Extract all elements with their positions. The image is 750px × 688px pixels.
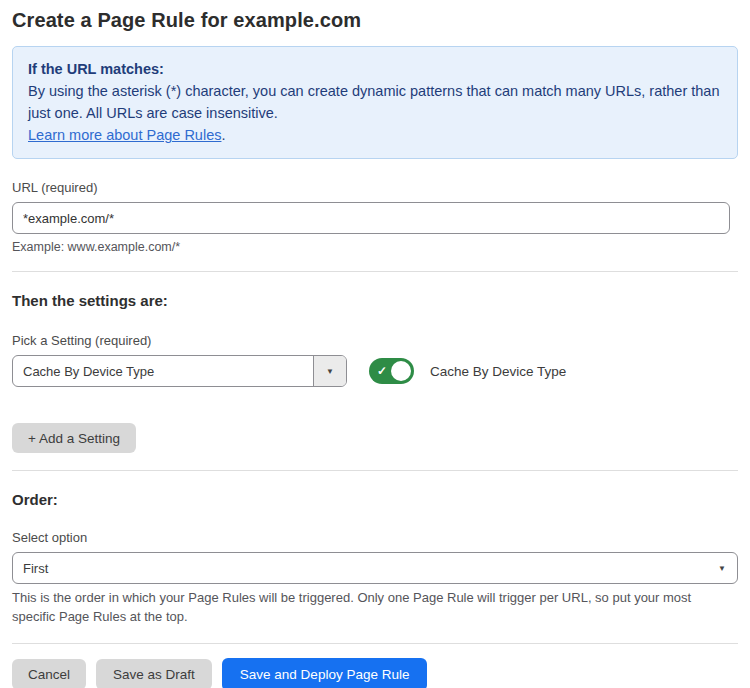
setting-select[interactable]: Cache By Device Type ▼ bbox=[12, 355, 347, 387]
info-box-link-line: Learn more about Page Rules. bbox=[28, 124, 722, 146]
order-select-label: Select option bbox=[12, 530, 738, 545]
footer-divider bbox=[12, 643, 738, 644]
order-select[interactable]: First ▼ bbox=[12, 552, 738, 584]
check-icon: ✓ bbox=[377, 365, 387, 377]
create-page-rule-form: Create a Page Rule for example.com If th… bbox=[0, 0, 750, 688]
info-box-body: By using the asterisk (*) character, you… bbox=[28, 80, 722, 124]
order-select-value: First bbox=[13, 553, 707, 583]
add-setting-button[interactable]: + Add a Setting bbox=[12, 423, 136, 453]
toggle-label: Cache By Device Type bbox=[430, 364, 566, 379]
page-title: Create a Page Rule for example.com bbox=[12, 9, 738, 32]
url-match-info-box: If the URL matches: By using the asteris… bbox=[12, 46, 738, 159]
save-as-draft-button[interactable]: Save as Draft bbox=[96, 659, 212, 688]
setting-select-arrow-button[interactable]: ▼ bbox=[313, 356, 346, 386]
link-suffix: . bbox=[221, 127, 225, 143]
footer-actions: Cancel Save as Draft Save and Deploy Pag… bbox=[12, 658, 738, 688]
order-help-text: This is the order in which your Page Rul… bbox=[12, 589, 724, 626]
chevron-down-icon: ▼ bbox=[326, 367, 334, 376]
section-divider bbox=[12, 470, 738, 471]
setting-row: Cache By Device Type ▼ ✓ Cache By Device… bbox=[12, 355, 738, 387]
chevron-down-icon: ▼ bbox=[707, 553, 737, 583]
url-input[interactable] bbox=[12, 202, 730, 234]
learn-more-link[interactable]: Learn more about Page Rules bbox=[28, 127, 221, 143]
settings-section-heading: Then the settings are: bbox=[12, 292, 738, 309]
toggle-knob bbox=[391, 361, 411, 381]
cache-by-device-type-toggle[interactable]: ✓ bbox=[369, 358, 414, 384]
cancel-button[interactable]: Cancel bbox=[12, 659, 86, 688]
url-field-label: URL (required) bbox=[12, 180, 738, 195]
setting-select-value: Cache By Device Type bbox=[13, 356, 313, 386]
order-section-heading: Order: bbox=[12, 491, 738, 508]
url-field-hint: Example: www.example.com/* bbox=[12, 240, 738, 254]
section-divider bbox=[12, 271, 738, 272]
save-and-deploy-button[interactable]: Save and Deploy Page Rule bbox=[222, 658, 428, 688]
pick-setting-label: Pick a Setting (required) bbox=[12, 333, 738, 348]
info-box-heading: If the URL matches: bbox=[28, 58, 722, 80]
